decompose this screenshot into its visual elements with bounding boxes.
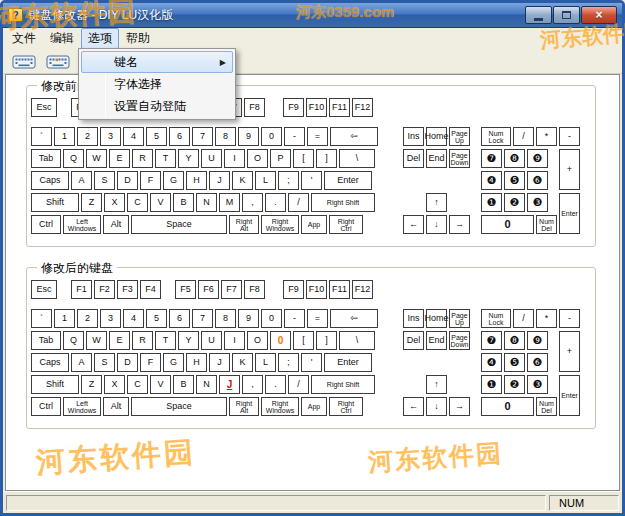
menu-item-auto-login[interactable]: 设置自动登陆 — [81, 95, 233, 117]
key-apostrophe[interactable]: ' — [301, 353, 322, 372]
key-semicolon[interactable]: ; — [278, 353, 299, 372]
key-ctrl[interactable]: Ctrl — [31, 397, 61, 416]
key-num-2[interactable]: ❷ — [504, 193, 525, 212]
key-w[interactable]: W — [86, 149, 107, 168]
key-space[interactable]: Space — [131, 397, 227, 416]
key-right-shift[interactable]: Right Shift — [311, 375, 375, 394]
key-num-divide[interactable]: / — [513, 309, 534, 328]
key-num-lock[interactable]: Num Lock — [481, 127, 511, 146]
key-bracket-right[interactable]: ] — [316, 331, 337, 350]
key-k[interactable]: K — [232, 171, 253, 190]
key-f6[interactable]: F6 — [198, 280, 219, 299]
key-n[interactable]: N — [196, 375, 217, 394]
key-i[interactable]: I — [224, 331, 245, 350]
key-f[interactable]: F — [140, 353, 161, 372]
key-h[interactable]: H — [186, 353, 207, 372]
key-equals[interactable]: = — [307, 127, 328, 146]
key-6[interactable]: 6 — [169, 127, 190, 146]
key-ins[interactable]: Ins — [403, 127, 424, 146]
key-w[interactable]: W — [86, 331, 107, 350]
key-page-down[interactable]: Page Down — [449, 331, 470, 350]
key-g[interactable]: G — [163, 171, 184, 190]
key-t[interactable]: T — [155, 149, 176, 168]
key-f8[interactable]: F8 — [244, 280, 265, 299]
key-alt[interactable]: Alt — [103, 215, 129, 234]
key-f1[interactable]: F1 — [71, 280, 92, 299]
key-b[interactable]: B — [173, 193, 194, 212]
key-n[interactable]: N — [196, 193, 217, 212]
key-f12[interactable]: F12 — [352, 280, 373, 299]
key-num-5[interactable]: ❺ — [504, 353, 525, 372]
key-num-subtract[interactable]: - — [559, 127, 580, 146]
key-arrow-down[interactable]: ↓ — [426, 215, 447, 234]
key-f2[interactable]: F2 — [94, 280, 115, 299]
key-num-2[interactable]: ❷ — [504, 375, 525, 394]
key-5[interactable]: 5 — [146, 127, 167, 146]
key-right-windows[interactable]: Right Windows — [261, 215, 299, 234]
key-s[interactable]: S — [94, 353, 115, 372]
menu-edit[interactable]: 编辑 — [43, 28, 81, 49]
key-0[interactable]: 0 — [261, 309, 282, 328]
key-enter[interactable]: Enter — [324, 353, 372, 372]
key-arrow-left[interactable]: ← — [403, 215, 424, 234]
key-enter[interactable]: Enter — [324, 171, 372, 190]
key-num-5[interactable]: ❺ — [504, 171, 525, 190]
key-y[interactable]: Y — [178, 331, 199, 350]
key-b[interactable]: B — [173, 375, 194, 394]
key-f11[interactable]: F11 — [329, 280, 350, 299]
key-caps[interactable]: Caps — [31, 171, 69, 190]
key-num-multiply[interactable]: * — [536, 127, 557, 146]
key-key-p-remapped-to-0[interactable]: 0 — [270, 331, 291, 350]
key-shift[interactable]: Shift — [31, 375, 79, 394]
key-num-6[interactable]: ❻ — [527, 353, 548, 372]
key-num-lock[interactable]: Num Lock — [481, 309, 511, 328]
key-home[interactable]: Home — [426, 127, 447, 146]
key-backspace[interactable]: ⇦ — [330, 127, 378, 146]
key-p[interactable]: P — [270, 149, 291, 168]
key-esc[interactable]: Esc — [31, 98, 57, 117]
key-shift[interactable]: Shift — [31, 193, 79, 212]
key-f5[interactable]: F5 — [175, 280, 196, 299]
key-q[interactable]: Q — [63, 149, 84, 168]
key-backtick[interactable]: ` — [31, 127, 52, 146]
key-end[interactable]: End — [426, 331, 447, 350]
key-bracket-right[interactable]: ] — [316, 149, 337, 168]
key-num-7[interactable]: ❼ — [481, 149, 502, 168]
key-2[interactable]: 2 — [77, 309, 98, 328]
key-m[interactable]: M — [219, 193, 240, 212]
key-u[interactable]: U — [201, 149, 222, 168]
key-slash[interactable]: / — [288, 375, 309, 394]
key-j[interactable]: J — [209, 353, 230, 372]
key-a[interactable]: A — [71, 353, 92, 372]
key-backtick[interactable]: ` — [31, 309, 52, 328]
key-1[interactable]: 1 — [54, 127, 75, 146]
key-h[interactable]: H — [186, 171, 207, 190]
key-e[interactable]: E — [109, 331, 130, 350]
key-num-1[interactable]: ❶ — [481, 375, 502, 394]
key-num-divide[interactable]: / — [513, 127, 534, 146]
key-num-1[interactable]: ❶ — [481, 193, 502, 212]
key-right-shift[interactable]: Right Shift — [311, 193, 375, 212]
key-minus[interactable]: - — [284, 127, 305, 146]
key-8[interactable]: 8 — [215, 309, 236, 328]
key-num-9[interactable]: ❾ — [527, 331, 548, 350]
key-a[interactable]: A — [71, 171, 92, 190]
key-right-ctrl[interactable]: Right Ctrl — [329, 215, 363, 234]
menu-item-font-select[interactable]: 字体选择 — [81, 73, 233, 95]
key-d[interactable]: D — [117, 171, 138, 190]
key-arrow-right[interactable]: → — [449, 397, 470, 416]
key-arrow-up[interactable]: ↑ — [426, 375, 447, 394]
key-3[interactable]: 3 — [100, 127, 121, 146]
key-period[interactable]: . — [265, 193, 286, 212]
key-c[interactable]: C — [127, 375, 148, 394]
close-button[interactable]: × — [581, 6, 617, 24]
key-num-8[interactable]: ❽ — [504, 331, 525, 350]
key-d[interactable]: D — [117, 353, 138, 372]
key-ctrl[interactable]: Ctrl — [31, 215, 61, 234]
key-num-0[interactable]: 0 — [481, 215, 534, 234]
key-k[interactable]: K — [232, 353, 253, 372]
key-slash[interactable]: / — [288, 193, 309, 212]
key-num-add[interactable]: + — [559, 149, 580, 190]
key-equals[interactable]: = — [307, 309, 328, 328]
key-left-windows[interactable]: Left Windows — [63, 397, 101, 416]
